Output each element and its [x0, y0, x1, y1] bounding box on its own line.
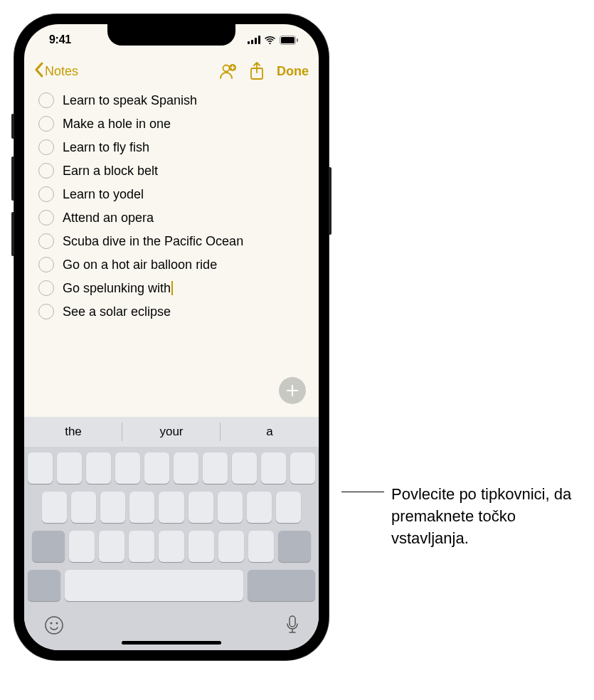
suggestion-bar: the your a [24, 417, 319, 447]
svg-rect-0 [248, 41, 250, 44]
svg-point-7 [223, 65, 230, 72]
key-blank[interactable] [129, 531, 154, 562]
chevron-left-icon [34, 62, 43, 81]
checklist-item[interactable]: Scuba dive in the Pacific Ocean [38, 233, 304, 249]
share-icon[interactable] [250, 62, 264, 80]
key-blank[interactable] [218, 531, 244, 562]
checklist-item[interactable]: Attend an opera [38, 210, 304, 226]
suggestion-1[interactable]: the [24, 417, 122, 447]
checklist-item[interactable]: Learn to yodel [38, 186, 304, 202]
checklist-item-text[interactable]: Learn to speak Spanish [63, 93, 197, 108]
power-button [329, 167, 332, 235]
key-blank[interactable] [247, 492, 272, 523]
checklist-item-text[interactable]: Scuba dive in the Pacific Ocean [63, 234, 243, 249]
svg-rect-13 [290, 616, 295, 627]
done-button[interactable]: Done [277, 64, 309, 79]
volume-up-button [11, 157, 14, 201]
return-key[interactable] [248, 570, 315, 601]
checkbox-circle[interactable] [38, 186, 54, 202]
checkbox-circle[interactable] [38, 139, 54, 155]
callout-text: Povlecite po tipkovnici, da premaknete t… [391, 484, 590, 549]
battery-icon [280, 36, 299, 45]
checklist-item[interactable]: Make a hole in one [38, 116, 304, 132]
navigation-bar: Notes Done [24, 55, 319, 87]
checkbox-circle[interactable] [38, 92, 54, 108]
checkbox-circle[interactable] [38, 116, 54, 132]
checkbox-circle[interactable] [38, 210, 54, 226]
checklist-item-text[interactable]: Earn a block belt [63, 164, 158, 179]
checklist-item-text[interactable]: Go on a hot air balloon ride [63, 258, 217, 272]
cellular-signal-icon [248, 36, 260, 44]
checkbox-circle[interactable] [38, 163, 54, 179]
keyboard[interactable]: the your a [24, 417, 319, 650]
key-blank[interactable] [71, 492, 96, 523]
key-blank[interactable] [28, 452, 53, 484]
dictation-icon[interactable] [286, 615, 299, 635]
status-time: 9:41 [49, 33, 71, 46]
svg-rect-3 [258, 36, 260, 44]
callout-line [341, 492, 384, 492]
wifi-icon [264, 36, 276, 44]
checklist-item-text[interactable]: Learn to yodel [63, 187, 144, 202]
callout: Povlecite po tipkovnici, da premaknete t… [341, 484, 590, 549]
back-button[interactable]: Notes [34, 62, 78, 81]
checklist-item[interactable]: Learn to fly fish [38, 139, 304, 155]
space-key[interactable] [65, 570, 243, 601]
checkbox-circle[interactable] [38, 257, 54, 272]
key-blank[interactable] [57, 452, 82, 484]
key-blank[interactable] [174, 452, 198, 484]
checkbox-circle[interactable] [38, 233, 54, 249]
svg-point-10 [46, 617, 63, 634]
svg-rect-5 [281, 37, 295, 43]
text-cursor [171, 281, 173, 295]
checklist-item-text[interactable]: See a solar eclipse [63, 304, 171, 319]
delete-key[interactable] [278, 531, 311, 562]
checkbox-circle[interactable] [38, 304, 54, 319]
add-button[interactable] [279, 377, 306, 404]
key-blank[interactable] [42, 492, 67, 523]
svg-rect-6 [297, 38, 298, 42]
key-blank[interactable] [86, 452, 111, 484]
volume-down-button [11, 212, 14, 256]
key-blank[interactable] [276, 492, 301, 523]
note-content-area[interactable]: Learn to speak SpanishMake a hole in one… [24, 87, 319, 417]
key-blank[interactable] [189, 492, 213, 523]
notch [107, 24, 235, 46]
key-blank[interactable] [69, 531, 95, 562]
checklist-item[interactable]: Learn to speak Spanish [38, 92, 304, 108]
key-blank[interactable] [100, 492, 125, 523]
key-blank[interactable] [99, 531, 124, 562]
svg-point-11 [51, 622, 53, 625]
collaborate-icon[interactable] [218, 63, 237, 80]
key-blank[interactable] [115, 452, 140, 484]
suggestion-3[interactable]: a [221, 417, 319, 447]
suggestion-2[interactable]: your [122, 417, 221, 447]
checklist-item[interactable]: Go on a hot air balloon ride [38, 257, 304, 272]
checkbox-circle[interactable] [38, 280, 54, 296]
key-blank[interactable] [203, 452, 228, 484]
key-blank[interactable] [261, 452, 286, 484]
svg-point-12 [56, 622, 58, 625]
back-label: Notes [45, 64, 78, 79]
key-blank[interactable] [232, 452, 257, 484]
home-indicator[interactable] [122, 641, 221, 645]
key-blank[interactable] [248, 531, 274, 562]
key-blank[interactable] [159, 531, 184, 562]
emoji-icon[interactable] [44, 615, 64, 635]
checklist-item-text[interactable]: Go spelunking with [63, 281, 173, 296]
checklist-item[interactable]: Go spelunking with [38, 280, 304, 296]
checklist-item-text[interactable]: Learn to fly fish [63, 140, 149, 155]
key-blank[interactable] [290, 452, 315, 484]
checklist-item-text[interactable]: Attend an opera [63, 211, 154, 226]
key-blank[interactable] [189, 531, 214, 562]
svg-rect-1 [251, 40, 253, 44]
key-blank[interactable] [129, 492, 154, 523]
checklist-item-text[interactable]: Make a hole in one [63, 117, 171, 132]
checklist-item[interactable]: See a solar eclipse [38, 304, 304, 319]
key-blank[interactable] [218, 492, 243, 523]
shift-key[interactable] [32, 531, 65, 562]
checklist-item[interactable]: Earn a block belt [38, 163, 304, 179]
key-blank[interactable] [144, 452, 169, 484]
key-blank[interactable] [159, 492, 184, 523]
numbers-key[interactable] [28, 570, 60, 601]
